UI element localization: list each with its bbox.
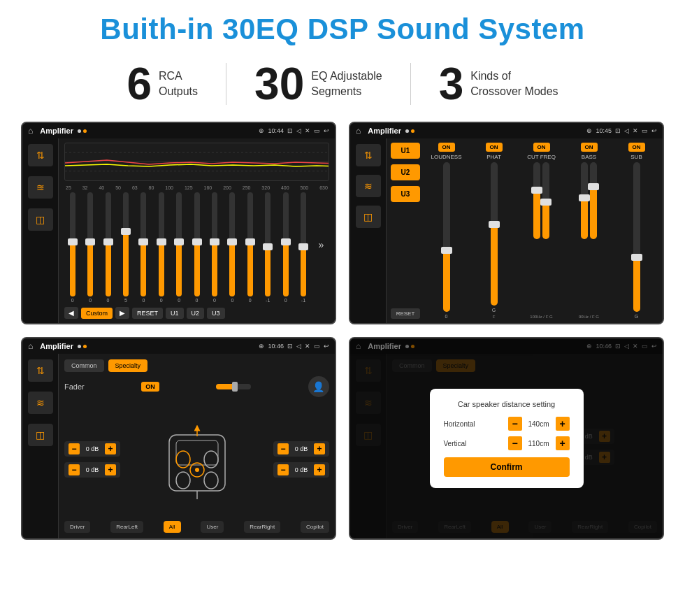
loudness-toggle[interactable]: ON (438, 143, 455, 152)
fader-all-btn[interactable]: All (164, 521, 181, 533)
eq-sidebar-btn2[interactable]: ≋ (28, 176, 53, 199)
dot4 (411, 129, 414, 133)
db-control-rr: − 0 dB + (273, 462, 329, 478)
page-title: Buith-in 30EQ DSP Sound System (100, 13, 584, 46)
vertical-minus-btn[interactable]: − (508, 436, 522, 450)
bass-slider-f[interactable] (581, 162, 588, 239)
home-icon-cross[interactable]: ⌂ (356, 126, 361, 136)
eq-next-btn[interactable]: ▶ (115, 307, 129, 319)
fader-user-btn[interactable]: User (201, 521, 224, 533)
channel-bass: ON BASS (567, 143, 611, 319)
phat-slider[interactable] (491, 162, 498, 306)
horizontal-plus-btn[interactable]: + (556, 417, 570, 431)
status-dots-eq (78, 129, 87, 133)
db-plus-fl[interactable]: + (105, 443, 116, 454)
car-layout-area: − 0 dB + − 0 dB + (64, 401, 329, 517)
fader-rearright-btn[interactable]: RearRight (244, 521, 280, 533)
eq-slider-10[interactable]: 0 (242, 192, 258, 303)
eq-sidebar-btn1[interactable]: ⇅ (28, 144, 53, 166)
eq-u2-btn[interactable]: U2 (187, 308, 205, 319)
home-icon-eq[interactable]: ⌂ (28, 126, 33, 136)
svg-point-10 (195, 468, 199, 472)
db-plus-rr[interactable]: + (314, 464, 325, 475)
fader-sidebar-btn3[interactable]: ◫ (28, 424, 53, 446)
eq-u3-btn[interactable]: U3 (207, 308, 225, 319)
android-bar-eq: ⌂ Amplifier ⊕ 10:44 ⊡ ◁ ✕ ▭ ↩ (22, 123, 335, 138)
db-minus-rl[interactable]: − (68, 464, 80, 475)
preset-u2-btn[interactable]: U2 (391, 164, 420, 180)
location-icon-eq: ⊕ (259, 127, 264, 134)
eq-slider-13[interactable]: -1 (295, 192, 311, 303)
phat-toggle[interactable]: ON (486, 143, 503, 152)
fader-sidebar-btn1[interactable]: ⇅ (28, 359, 53, 382)
db-minus-fl[interactable]: − (68, 443, 80, 454)
cam-icon-cross: ⊡ (615, 127, 621, 134)
eq-slider-1[interactable]: 0 (82, 192, 98, 303)
back-icon-fader[interactable]: ↩ (324, 343, 329, 350)
sub-toggle[interactable]: ON (628, 143, 645, 152)
eq-slider-7[interactable]: 0 (189, 192, 205, 303)
back-icon-eq[interactable]: ↩ (324, 127, 329, 134)
app-title-cross: Amplifier (368, 127, 401, 135)
eq-slider-6[interactable]: 0 (171, 192, 187, 303)
status-icons-cross: ⊕ 10:45 ⊡ ◁ ✕ ▭ ↩ (586, 127, 657, 134)
stat-number-eq: 30 (254, 62, 304, 106)
bass-toggle[interactable]: ON (581, 143, 598, 152)
confirm-button[interactable]: Confirm (444, 457, 570, 477)
cutfreq-slider-g[interactable] (542, 162, 549, 239)
horizontal-minus-btn[interactable]: − (508, 417, 522, 431)
eq-custom-btn[interactable]: Custom (81, 308, 113, 319)
db-val-fr: 0 dB (291, 445, 311, 452)
screen-crossover: ⌂ Amplifier ⊕ 10:45 ⊡ ◁ ✕ ▭ ↩ (349, 122, 664, 324)
loudness-slider[interactable] (443, 162, 450, 312)
fader-sidebar-btn2[interactable]: ≋ (28, 392, 53, 414)
eq-slider-4[interactable]: 0 (136, 192, 152, 303)
eq-reset-btn[interactable]: RESET (132, 308, 163, 319)
cutfreq-toggle[interactable]: ON (533, 143, 550, 152)
eq-slider-11[interactable]: -1 (259, 192, 275, 303)
eq-slider-8[interactable]: 0 (206, 192, 222, 303)
cross-sidebar-btn1[interactable]: ⇅ (356, 144, 381, 166)
db-minus-fr[interactable]: − (277, 443, 289, 454)
vertical-plus-btn[interactable]: + (556, 436, 570, 450)
cross-reset-btn[interactable]: RESET (391, 308, 420, 319)
preset-u1-btn[interactable]: U1 (391, 143, 420, 159)
cutfreq-slider-f[interactable] (533, 162, 540, 239)
db-plus-fr[interactable]: + (314, 443, 325, 454)
x-icon-eq: ✕ (305, 127, 310, 134)
eq-sidebar: ⇅ ≋ ◫ (22, 138, 59, 323)
eq-slider-0[interactable]: 0 (64, 192, 80, 303)
db-plus-rl[interactable]: + (105, 464, 116, 475)
eq-slider-3[interactable]: 5 (117, 192, 134, 303)
eq-slider-12[interactable]: 0 (277, 192, 294, 303)
eq-prev-btn[interactable]: ◀ (64, 307, 78, 319)
fader-rearleft-btn[interactable]: RearLeft (110, 521, 143, 533)
eq-u1-btn[interactable]: U1 (166, 308, 184, 319)
fader-copilot-btn[interactable]: Copilot (301, 521, 329, 533)
db-minus-rr[interactable]: − (277, 464, 289, 475)
home-icon-fader[interactable]: ⌂ (28, 341, 33, 351)
sub-slider[interactable] (633, 162, 640, 312)
fader-tab-common[interactable]: Common (64, 359, 104, 372)
eq-expand-btn[interactable]: » (313, 192, 329, 303)
eq-slider-5[interactable]: 0 (153, 192, 169, 303)
fader-tab-specialty[interactable]: Specialty (108, 359, 148, 372)
eq-slider-2[interactable]: 0 (100, 192, 116, 303)
eq-slider-9[interactable]: 0 (224, 192, 240, 303)
fader-driver-btn[interactable]: Driver (64, 521, 90, 533)
app-title-eq: Amplifier (40, 127, 73, 135)
back-icon-cross[interactable]: ↩ (651, 127, 657, 134)
cross-sidebar-btn3[interactable]: ◫ (356, 206, 381, 228)
fader-on-badge[interactable]: ON (141, 382, 159, 392)
stat-label-crossover: Kinds of Crossover Modes (470, 69, 558, 99)
dot6 (83, 345, 87, 348)
x-icon-fader: ✕ (305, 343, 310, 350)
eq-sidebar-btn3[interactable]: ◫ (28, 208, 53, 231)
location-icon-fader: ⊕ (259, 343, 264, 350)
preset-u3-btn[interactable]: U3 (391, 186, 420, 202)
fader-h-slider[interactable] (216, 384, 251, 389)
bass-slider-g[interactable] (590, 162, 597, 239)
cross-sidebar-btn2[interactable]: ≋ (356, 175, 381, 197)
dialog-vertical-row: Vertical − 110cm + (444, 436, 570, 450)
screen-dialog: ⌂ Amplifier ⊕ 10:46 ⊡ ◁ ✕ ▭ ↩ (349, 337, 664, 540)
